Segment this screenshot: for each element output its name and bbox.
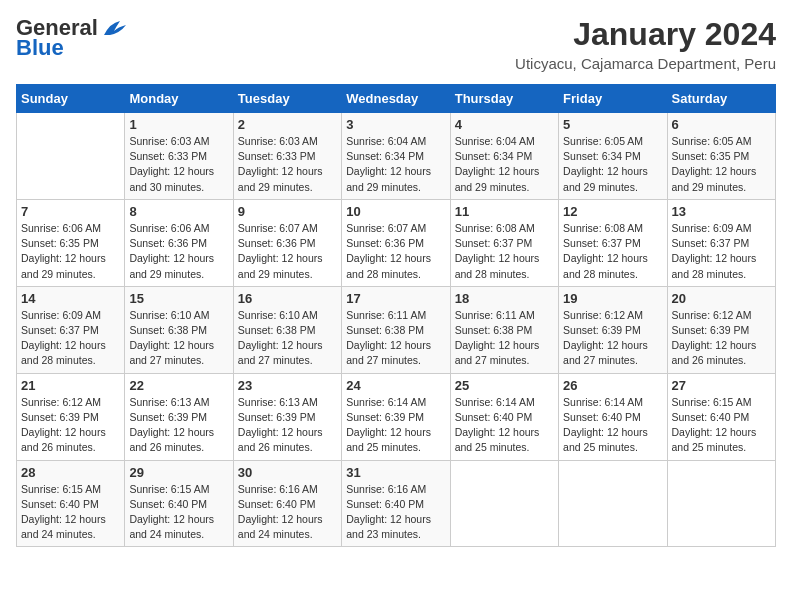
calendar-cell: 13Sunrise: 6:09 AM Sunset: 6:37 PM Dayli… <box>667 199 775 286</box>
day-number: 3 <box>346 117 445 132</box>
calendar-cell: 21Sunrise: 6:12 AM Sunset: 6:39 PM Dayli… <box>17 373 125 460</box>
day-number: 14 <box>21 291 120 306</box>
day-info: Sunrise: 6:04 AM Sunset: 6:34 PM Dayligh… <box>455 134 554 195</box>
day-number: 29 <box>129 465 228 480</box>
day-info: Sunrise: 6:14 AM Sunset: 6:39 PM Dayligh… <box>346 395 445 456</box>
day-number: 10 <box>346 204 445 219</box>
calendar-cell: 4Sunrise: 6:04 AM Sunset: 6:34 PM Daylig… <box>450 113 558 200</box>
day-number: 11 <box>455 204 554 219</box>
day-info: Sunrise: 6:06 AM Sunset: 6:36 PM Dayligh… <box>129 221 228 282</box>
day-number: 30 <box>238 465 337 480</box>
day-info: Sunrise: 6:06 AM Sunset: 6:35 PM Dayligh… <box>21 221 120 282</box>
calendar-cell <box>667 460 775 547</box>
day-number: 21 <box>21 378 120 393</box>
calendar-cell: 25Sunrise: 6:14 AM Sunset: 6:40 PM Dayli… <box>450 373 558 460</box>
day-number: 15 <box>129 291 228 306</box>
calendar-cell: 1Sunrise: 6:03 AM Sunset: 6:33 PM Daylig… <box>125 113 233 200</box>
day-info: Sunrise: 6:12 AM Sunset: 6:39 PM Dayligh… <box>672 308 771 369</box>
day-info: Sunrise: 6:08 AM Sunset: 6:37 PM Dayligh… <box>455 221 554 282</box>
day-info: Sunrise: 6:11 AM Sunset: 6:38 PM Dayligh… <box>455 308 554 369</box>
day-number: 23 <box>238 378 337 393</box>
day-info: Sunrise: 6:10 AM Sunset: 6:38 PM Dayligh… <box>129 308 228 369</box>
column-header-friday: Friday <box>559 85 667 113</box>
day-info: Sunrise: 6:15 AM Sunset: 6:40 PM Dayligh… <box>21 482 120 543</box>
day-info: Sunrise: 6:16 AM Sunset: 6:40 PM Dayligh… <box>238 482 337 543</box>
calendar-cell <box>559 460 667 547</box>
logo: General Blue <box>16 16 128 60</box>
day-number: 8 <box>129 204 228 219</box>
day-info: Sunrise: 6:13 AM Sunset: 6:39 PM Dayligh… <box>129 395 228 456</box>
day-info: Sunrise: 6:07 AM Sunset: 6:36 PM Dayligh… <box>346 221 445 282</box>
header: General Blue January 2024 Uticyacu, Caja… <box>16 16 776 72</box>
day-info: Sunrise: 6:12 AM Sunset: 6:39 PM Dayligh… <box>563 308 662 369</box>
calendar-cell <box>17 113 125 200</box>
main-title: January 2024 <box>515 16 776 53</box>
calendar-cell: 30Sunrise: 6:16 AM Sunset: 6:40 PM Dayli… <box>233 460 341 547</box>
column-header-tuesday: Tuesday <box>233 85 341 113</box>
calendar-cell: 8Sunrise: 6:06 AM Sunset: 6:36 PM Daylig… <box>125 199 233 286</box>
calendar-cell: 16Sunrise: 6:10 AM Sunset: 6:38 PM Dayli… <box>233 286 341 373</box>
calendar-cell: 15Sunrise: 6:10 AM Sunset: 6:38 PM Dayli… <box>125 286 233 373</box>
calendar-cell <box>450 460 558 547</box>
calendar-cell: 3Sunrise: 6:04 AM Sunset: 6:34 PM Daylig… <box>342 113 450 200</box>
calendar-cell: 27Sunrise: 6:15 AM Sunset: 6:40 PM Dayli… <box>667 373 775 460</box>
day-number: 13 <box>672 204 771 219</box>
day-info: Sunrise: 6:05 AM Sunset: 6:34 PM Dayligh… <box>563 134 662 195</box>
day-number: 31 <box>346 465 445 480</box>
calendar-cell: 29Sunrise: 6:15 AM Sunset: 6:40 PM Dayli… <box>125 460 233 547</box>
day-number: 26 <box>563 378 662 393</box>
day-info: Sunrise: 6:11 AM Sunset: 6:38 PM Dayligh… <box>346 308 445 369</box>
day-number: 24 <box>346 378 445 393</box>
day-info: Sunrise: 6:09 AM Sunset: 6:37 PM Dayligh… <box>672 221 771 282</box>
calendar-cell: 6Sunrise: 6:05 AM Sunset: 6:35 PM Daylig… <box>667 113 775 200</box>
day-number: 6 <box>672 117 771 132</box>
day-number: 27 <box>672 378 771 393</box>
calendar-cell: 12Sunrise: 6:08 AM Sunset: 6:37 PM Dayli… <box>559 199 667 286</box>
week-row-4: 21Sunrise: 6:12 AM Sunset: 6:39 PM Dayli… <box>17 373 776 460</box>
calendar-cell: 14Sunrise: 6:09 AM Sunset: 6:37 PM Dayli… <box>17 286 125 373</box>
week-row-2: 7Sunrise: 6:06 AM Sunset: 6:35 PM Daylig… <box>17 199 776 286</box>
calendar-cell: 10Sunrise: 6:07 AM Sunset: 6:36 PM Dayli… <box>342 199 450 286</box>
calendar-cell: 22Sunrise: 6:13 AM Sunset: 6:39 PM Dayli… <box>125 373 233 460</box>
column-header-saturday: Saturday <box>667 85 775 113</box>
week-row-1: 1Sunrise: 6:03 AM Sunset: 6:33 PM Daylig… <box>17 113 776 200</box>
column-header-sunday: Sunday <box>17 85 125 113</box>
column-header-thursday: Thursday <box>450 85 558 113</box>
day-info: Sunrise: 6:05 AM Sunset: 6:35 PM Dayligh… <box>672 134 771 195</box>
calendar-cell: 11Sunrise: 6:08 AM Sunset: 6:37 PM Dayli… <box>450 199 558 286</box>
day-number: 2 <box>238 117 337 132</box>
calendar-cell: 24Sunrise: 6:14 AM Sunset: 6:39 PM Dayli… <box>342 373 450 460</box>
day-info: Sunrise: 6:03 AM Sunset: 6:33 PM Dayligh… <box>129 134 228 195</box>
day-number: 16 <box>238 291 337 306</box>
calendar-cell: 28Sunrise: 6:15 AM Sunset: 6:40 PM Dayli… <box>17 460 125 547</box>
logo-blue: Blue <box>16 36 64 60</box>
calendar-cell: 9Sunrise: 6:07 AM Sunset: 6:36 PM Daylig… <box>233 199 341 286</box>
day-info: Sunrise: 6:13 AM Sunset: 6:39 PM Dayligh… <box>238 395 337 456</box>
day-info: Sunrise: 6:07 AM Sunset: 6:36 PM Dayligh… <box>238 221 337 282</box>
calendar-header-row: SundayMondayTuesdayWednesdayThursdayFrid… <box>17 85 776 113</box>
calendar-cell: 5Sunrise: 6:05 AM Sunset: 6:34 PM Daylig… <box>559 113 667 200</box>
day-info: Sunrise: 6:09 AM Sunset: 6:37 PM Dayligh… <box>21 308 120 369</box>
day-number: 20 <box>672 291 771 306</box>
day-info: Sunrise: 6:10 AM Sunset: 6:38 PM Dayligh… <box>238 308 337 369</box>
week-row-3: 14Sunrise: 6:09 AM Sunset: 6:37 PM Dayli… <box>17 286 776 373</box>
day-number: 28 <box>21 465 120 480</box>
day-info: Sunrise: 6:14 AM Sunset: 6:40 PM Dayligh… <box>455 395 554 456</box>
day-number: 12 <box>563 204 662 219</box>
day-number: 7 <box>21 204 120 219</box>
day-number: 19 <box>563 291 662 306</box>
day-number: 25 <box>455 378 554 393</box>
calendar-cell: 20Sunrise: 6:12 AM Sunset: 6:39 PM Dayli… <box>667 286 775 373</box>
day-number: 4 <box>455 117 554 132</box>
calendar-cell: 26Sunrise: 6:14 AM Sunset: 6:40 PM Dayli… <box>559 373 667 460</box>
calendar-body: 1Sunrise: 6:03 AM Sunset: 6:33 PM Daylig… <box>17 113 776 547</box>
calendar-cell: 18Sunrise: 6:11 AM Sunset: 6:38 PM Dayli… <box>450 286 558 373</box>
week-row-5: 28Sunrise: 6:15 AM Sunset: 6:40 PM Dayli… <box>17 460 776 547</box>
column-header-monday: Monday <box>125 85 233 113</box>
day-number: 5 <box>563 117 662 132</box>
day-info: Sunrise: 6:15 AM Sunset: 6:40 PM Dayligh… <box>672 395 771 456</box>
day-info: Sunrise: 6:15 AM Sunset: 6:40 PM Dayligh… <box>129 482 228 543</box>
column-header-wednesday: Wednesday <box>342 85 450 113</box>
day-info: Sunrise: 6:16 AM Sunset: 6:40 PM Dayligh… <box>346 482 445 543</box>
day-info: Sunrise: 6:08 AM Sunset: 6:37 PM Dayligh… <box>563 221 662 282</box>
